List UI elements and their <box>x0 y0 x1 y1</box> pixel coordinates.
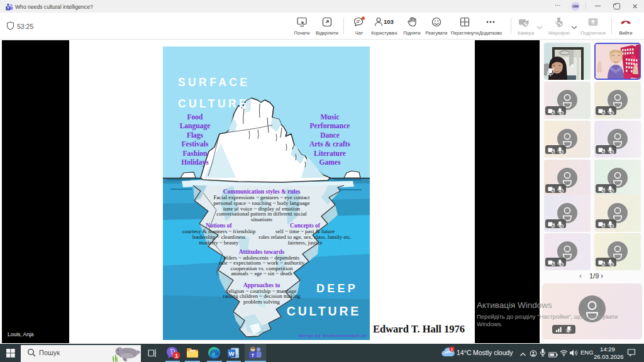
svg-text:T: T <box>252 353 255 358</box>
svg-text:Festivals: Festivals <box>182 140 209 148</box>
svg-text:design by @celestialpeach.uk: design by @celestialpeach.uk <box>299 334 367 337</box>
svg-text:Literature: Literature <box>314 150 346 157</box>
svg-text:103: 103 <box>384 18 394 25</box>
svg-text:problem solving: problem solving <box>243 299 280 305</box>
svg-text:modesty ~ beauty: modesty ~ beauty <box>199 239 240 246</box>
svg-text:situations: situations <box>251 216 273 222</box>
svg-text:Games: Games <box>319 158 341 166</box>
svg-text:Performance: Performance <box>310 122 350 129</box>
svg-text:Fashion: Fashion <box>183 150 208 157</box>
svg-text:CULTURE: CULTURE <box>287 304 361 318</box>
svg-text:Arts & crafts: Arts & crafts <box>309 140 351 148</box>
svg-text:Flags: Flags <box>187 131 204 140</box>
svg-text:Dance: Dance <box>320 131 340 139</box>
svg-text:animals ~ age ~ sin ~ death: animals ~ age ~ sin ~ death <box>231 270 292 277</box>
svg-text:W: W <box>229 350 235 357</box>
svg-text:CULTURE: CULTURE <box>178 97 249 110</box>
svg-text:Food: Food <box>187 113 204 121</box>
svg-text:fairness, justice: fairness, justice <box>287 239 322 246</box>
svg-text:Holidays: Holidays <box>181 158 209 167</box>
svg-text:DEEP: DEEP <box>316 282 358 295</box>
svg-text:1: 1 <box>175 353 178 359</box>
svg-text:SURFACE: SURFACE <box>178 76 250 89</box>
svg-text:Language: Language <box>180 122 211 130</box>
svg-text:1: 1 <box>451 348 453 351</box>
svg-text:Music: Music <box>320 113 339 121</box>
